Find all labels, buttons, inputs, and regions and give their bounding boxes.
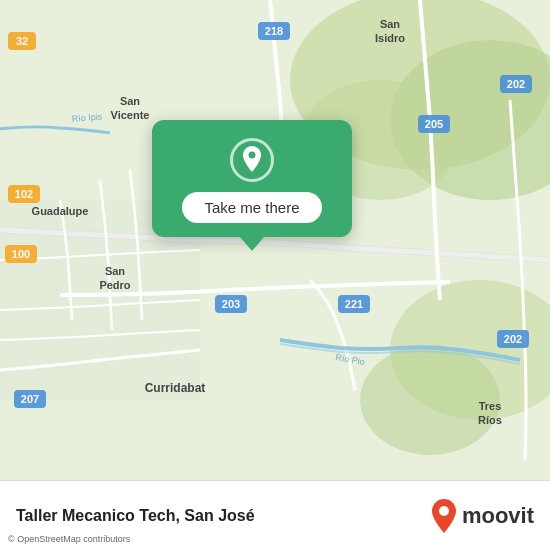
map-view[interactable]: 32 102 100 218 205 202 202 203 221 207 S…	[0, 0, 550, 480]
location-pin-icon	[240, 146, 264, 174]
svg-text:100: 100	[12, 248, 30, 260]
svg-text:San: San	[380, 18, 400, 30]
svg-text:218: 218	[265, 25, 283, 37]
svg-text:Ríos: Ríos	[478, 414, 502, 426]
svg-text:Vicente: Vicente	[111, 109, 150, 121]
moovit-logo: moovit	[430, 499, 534, 533]
place-info: Taller Mecanico Tech, San José	[16, 507, 430, 525]
bottom-info-bar: Taller Mecanico Tech, San José moovit © …	[0, 480, 550, 550]
svg-text:207: 207	[21, 393, 39, 405]
svg-text:Pedro: Pedro	[99, 279, 130, 291]
location-popup: Take me there	[152, 120, 352, 237]
take-me-there-button[interactable]: Take me there	[182, 192, 321, 223]
place-name-text: Taller Mecanico Tech,	[16, 507, 180, 524]
svg-text:202: 202	[504, 333, 522, 345]
copyright-text: © OpenStreetMap contributors	[8, 534, 130, 544]
moovit-pin-icon	[430, 499, 458, 533]
svg-point-39	[249, 152, 256, 159]
svg-text:102: 102	[15, 188, 33, 200]
svg-text:203: 203	[222, 298, 240, 310]
svg-text:32: 32	[16, 35, 28, 47]
svg-text:Guadalupe: Guadalupe	[32, 205, 89, 217]
svg-text:221: 221	[345, 298, 363, 310]
svg-text:San: San	[105, 265, 125, 277]
place-city-text: San José	[184, 507, 254, 524]
place-name: Taller Mecanico Tech, San José	[16, 507, 255, 524]
svg-point-40	[439, 506, 449, 516]
svg-text:202: 202	[507, 78, 525, 90]
svg-text:Curridabat: Curridabat	[145, 381, 206, 395]
svg-text:San: San	[120, 95, 140, 107]
svg-text:205: 205	[425, 118, 443, 130]
location-pin-circle	[230, 138, 274, 182]
svg-text:Tres: Tres	[479, 400, 502, 412]
moovit-wordmark: moovit	[462, 503, 534, 529]
svg-text:Isidro: Isidro	[375, 32, 405, 44]
